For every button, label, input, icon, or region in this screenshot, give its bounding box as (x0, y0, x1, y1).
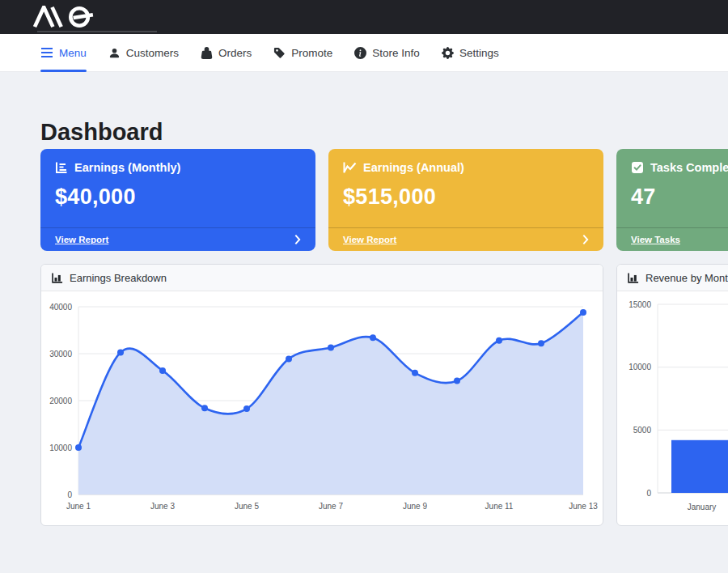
logo-underline (37, 31, 157, 32)
panel-title: Earnings Breakdown (70, 272, 167, 284)
svg-text:June 7: June 7 (319, 502, 343, 511)
card-title: Earnings (Monthly) (74, 161, 180, 174)
earnings-breakdown-chart: 010000200003000040000June 1June 3June 5J… (41, 291, 603, 526)
check-square-icon (631, 161, 644, 174)
view-tasks-button[interactable]: View Tasks (616, 227, 728, 251)
card-earnings-monthly: Earnings (Monthly) $40,000 View Report (40, 149, 315, 251)
card-value: $515,000 (343, 185, 589, 210)
card-title: Earnings (Annual) (363, 161, 464, 174)
panel-body: 010000200003000040000June 1June 3June 5J… (41, 291, 603, 526)
bar-chart-icon (51, 272, 63, 284)
chart-steps-icon (55, 161, 68, 174)
brand-logo[interactable] (32, 6, 105, 28)
revenue-by-month-chart: 050001000015000January (617, 291, 728, 526)
svg-text:June 13: June 13 (569, 502, 598, 511)
graph-up-icon (343, 161, 357, 174)
card-title-row: Earnings (Monthly) (55, 161, 301, 174)
nav-item-label: Promote (291, 47, 332, 59)
chevron-right-icon (294, 234, 301, 245)
svg-text:June 9: June 9 (403, 502, 427, 511)
nav-item-label: Orders (218, 47, 252, 59)
topbar (0, 0, 728, 34)
bag-icon (201, 47, 213, 59)
gear-icon (442, 47, 454, 59)
card-title: Tasks Completed (650, 161, 728, 174)
nav-item-menu[interactable]: Menu (40, 34, 87, 71)
page-title: Dashboard (40, 118, 728, 146)
hamburger-icon (40, 47, 53, 58)
svg-text:10000: 10000 (629, 363, 651, 371)
svg-text:20000: 20000 (49, 397, 72, 405)
earnings-breakdown-panel: Earnings Breakdown 010000200003000040000… (40, 264, 603, 526)
card-title-row: Earnings (Annual) (343, 161, 589, 174)
summary-cards-row: Earnings (Monthly) $40,000 View Report E (40, 149, 728, 251)
main-content: Dashboard Earnings (Monthly) $40,000 Vie… (0, 118, 728, 526)
nav-item-customers[interactable]: Customers (108, 34, 179, 71)
view-report-button[interactable]: View Report (40, 227, 315, 251)
nav-item-settings[interactable]: Settings (442, 34, 499, 71)
svg-text:January: January (688, 503, 717, 511)
dashboard-page: { "brand": { "name": "AQ" }, "nav": { "i… (0, 0, 728, 573)
card-body: Earnings (Monthly) $40,000 (40, 149, 315, 210)
svg-text:15000: 15000 (629, 300, 651, 309)
info-circle-icon (354, 47, 366, 59)
svg-text:June 1: June 1 (66, 502, 91, 511)
panel-header: Earnings Breakdown (41, 265, 603, 291)
svg-text:June 3: June 3 (150, 502, 175, 511)
main-nav: Menu Customers Orders Promote Store Info… (0, 34, 728, 72)
card-earnings-annual: Earnings (Annual) $515,000 View Report (328, 149, 603, 251)
nav-item-store-info[interactable]: Store Info (354, 34, 420, 71)
revenue-by-month-panel: Revenue by Month 050001000015000January (616, 264, 728, 526)
nav-item-label: Menu (59, 47, 87, 59)
tag-icon (273, 47, 286, 59)
nav-item-promote[interactable]: Promote (273, 34, 332, 71)
view-report-button[interactable]: View Report (328, 227, 603, 251)
svg-text:10000: 10000 (49, 444, 72, 452)
card-link-label[interactable]: View Report (343, 235, 396, 244)
brand-logo-icon (32, 6, 105, 28)
svg-text:0: 0 (646, 489, 651, 498)
nav-item-label: Customers (126, 47, 179, 59)
card-tasks-completed: Tasks Completed 47 View Tasks (616, 149, 728, 251)
card-body: Tasks Completed 47 (616, 149, 728, 210)
card-link-label[interactable]: View Tasks (631, 235, 680, 244)
panel-header: Revenue by Month (617, 265, 728, 291)
card-value: 47 (631, 185, 728, 210)
svg-text:30000: 30000 (49, 350, 72, 359)
panel-body: 050001000015000January (617, 291, 728, 526)
nav-item-label: Store Info (372, 47, 420, 59)
person-icon (108, 47, 121, 59)
svg-text:0: 0 (67, 490, 72, 499)
bar-chart-icon (627, 272, 639, 284)
nav-item-orders[interactable]: Orders (201, 34, 252, 71)
svg-text:June 5: June 5 (235, 502, 259, 511)
svg-text:June 11: June 11 (485, 502, 514, 511)
svg-text:5000: 5000 (633, 426, 652, 435)
charts-row: Earnings Breakdown 010000200003000040000… (40, 264, 728, 526)
panel-title: Revenue by Month (645, 272, 728, 284)
card-value: $40,000 (55, 185, 301, 210)
nav-item-label: Settings (459, 47, 499, 59)
card-body: Earnings (Annual) $515,000 (328, 149, 603, 210)
card-link-label[interactable]: View Report (55, 235, 108, 244)
chevron-right-icon (582, 234, 589, 245)
card-title-row: Tasks Completed (631, 161, 728, 174)
svg-text:40000: 40000 (49, 303, 72, 312)
